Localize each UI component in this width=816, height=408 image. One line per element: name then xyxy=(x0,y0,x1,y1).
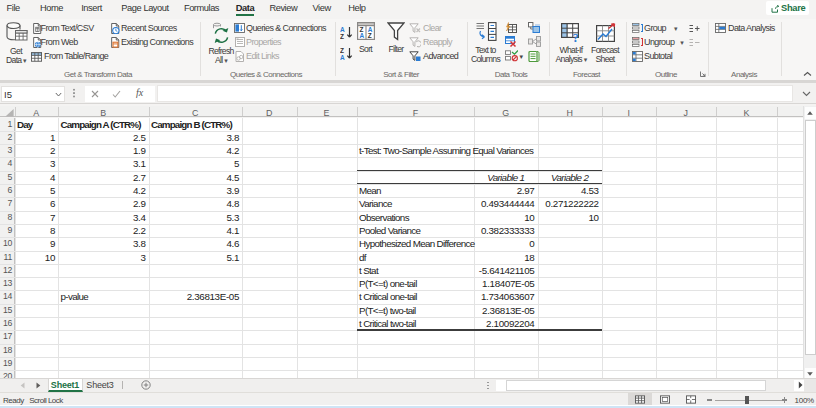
svg-text:Z: Z xyxy=(340,32,344,38)
svg-text:Z: Z xyxy=(367,32,371,39)
svg-text:?: ? xyxy=(573,29,580,42)
svg-text:A: A xyxy=(340,53,345,59)
svg-text:A: A xyxy=(359,32,364,39)
